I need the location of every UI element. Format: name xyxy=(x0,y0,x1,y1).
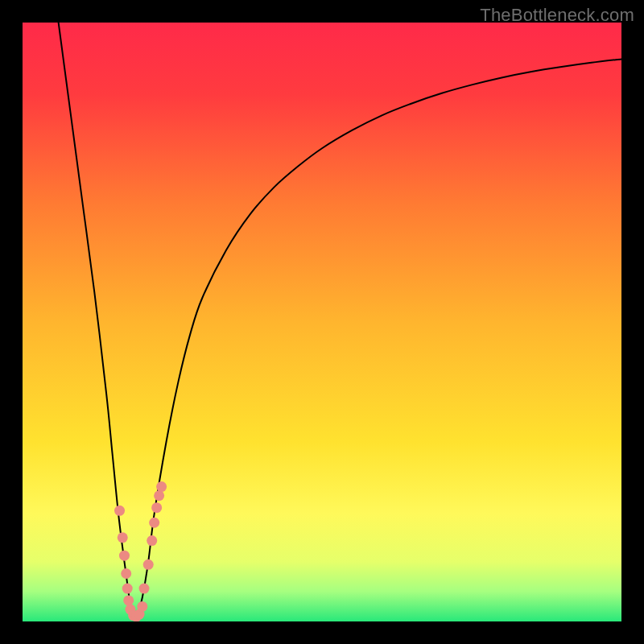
marker-left-markers xyxy=(121,568,131,579)
gradient-background xyxy=(23,23,621,621)
marker-left-markers xyxy=(123,595,134,605)
marker-right-markers xyxy=(154,490,164,501)
plot-area xyxy=(23,23,621,621)
marker-left-markers xyxy=(118,532,128,543)
marker-right-markers xyxy=(156,481,167,492)
chart-frame: TheBottleneck.com xyxy=(0,0,644,644)
marker-right-markers xyxy=(139,584,150,594)
marker-right-markers xyxy=(149,518,159,528)
marker-left-markers xyxy=(114,506,125,516)
chart-svg xyxy=(23,23,621,621)
marker-right-markers xyxy=(151,502,162,513)
watermark-text: TheBottleneck.com xyxy=(480,5,634,26)
marker-right-markers xyxy=(143,559,154,570)
marker-left-markers xyxy=(122,584,133,594)
marker-bottom-markers xyxy=(137,601,147,612)
marker-right-markers xyxy=(147,535,157,546)
marker-left-markers xyxy=(119,551,130,561)
